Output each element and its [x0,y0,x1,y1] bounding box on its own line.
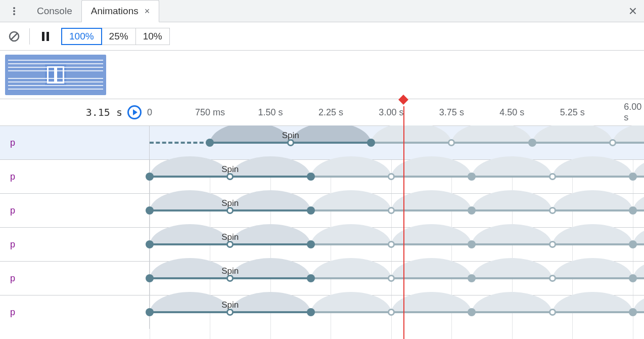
track-row[interactable]: pSpin [0,125,644,159]
easing-hump [371,125,451,144]
time-ruler[interactable]: 0750 ms1.50 s2.25 s3.00 s3.75 s4.50 s5.2… [150,99,644,125]
ruler-tick: 5.25 s [560,107,585,118]
track-element-label: p [0,228,150,261]
iteration-bar-repeat [311,277,644,279]
keyframe-dot[interactable] [629,240,637,248]
easing-hump [230,258,310,279]
keyframe-dot[interactable] [388,207,395,214]
easing-hump [553,292,633,313]
keyframe-dot[interactable] [146,308,154,316]
ruler-tick: 4.50 s [499,107,524,118]
track-lane[interactable]: Spin [150,262,644,295]
keyframe-dot[interactable] [146,206,154,215]
keyframe-dot[interactable] [307,206,315,215]
ruler-tick: 6.00 s [624,102,641,123]
animation-groups-strip [0,51,644,99]
close-tab-icon[interactable]: × [145,6,150,17]
speed-100-button[interactable]: 100% [61,28,102,45]
easing-hump [391,224,472,245]
track-lane[interactable]: Spin [150,228,644,261]
easing-hump [391,292,472,313]
keyframe-dot[interactable] [367,139,375,147]
easing-hump [230,156,310,178]
timeline-controls-cell: 3.15 s [0,105,150,119]
keyframe-dot[interactable] [468,206,476,215]
keyframe-dot[interactable] [629,206,637,215]
track-lane[interactable]: Spin [150,160,644,193]
keyframe-dot[interactable] [307,308,315,316]
keyframe-dot[interactable] [468,274,476,282]
play-icon [133,109,137,115]
keyframe-dot[interactable] [609,139,616,146]
easing-hump [210,125,290,144]
easing-hump [150,224,230,245]
thumb-line [8,67,103,68]
easing-hump [311,156,391,178]
thumb-line [8,85,103,86]
track-lane[interactable]: Spin [150,194,644,227]
keyframe-dot[interactable] [206,139,214,147]
keyframe-dot[interactable] [146,274,154,282]
easing-hump [311,258,391,279]
speed-10-button[interactable]: 10% [135,28,170,45]
close-drawer-icon[interactable]: × [629,0,637,22]
pause-button[interactable] [37,28,54,45]
keyframe-dot[interactable] [629,274,637,282]
keyframe-dot[interactable] [468,240,476,248]
speed-25-button[interactable]: 25% [102,28,136,45]
ruler-tick: 3.75 s [439,107,464,118]
keyframe-dot[interactable] [388,241,395,248]
easing-hump [230,224,310,245]
keyframe-dot[interactable] [388,309,395,316]
ruler-tick: 1.50 s [258,107,283,118]
easing-hump [613,125,644,144]
easing-hump [391,258,472,279]
easing-hump [553,224,633,245]
keyframe-dot[interactable] [549,173,556,180]
track-row[interactable]: pSpin [0,193,644,227]
tab-animations[interactable]: Animations × [81,0,160,22]
playback-speed-group: 100% 25% 10% [61,28,170,45]
pause-icon [42,32,44,41]
keyframe-dot[interactable] [629,173,637,181]
animation-name-label: Spin [221,164,239,175]
easing-hump [553,156,633,178]
track-row[interactable]: pSpin [0,227,644,261]
keyframe-dot[interactable] [549,207,556,214]
keyframe-dot[interactable] [549,275,556,282]
keyframe-dot[interactable] [528,139,536,147]
keyframe-dot[interactable] [388,173,395,180]
keyframe-dot[interactable] [468,173,476,181]
animation-name-label: Spin [221,300,239,310]
current-time-label: 3.15 s [86,106,122,118]
keyframe-dot[interactable] [549,309,556,316]
track-lane[interactable]: Spin [150,126,644,159]
tab-console[interactable]: Console [28,0,81,22]
keyframe-dot[interactable] [307,240,315,248]
easing-hump [472,258,552,279]
animation-group-thumbnail[interactable] [5,55,106,95]
track-row[interactable]: pSpin [0,261,644,295]
keyframe-dot[interactable] [629,308,637,316]
kebab-menu-icon[interactable] [0,0,28,22]
track-row[interactable]: pSpin [0,295,644,329]
keyframe-dot[interactable] [448,139,455,146]
play-button[interactable] [127,105,142,119]
keyframe-dot[interactable] [549,241,556,248]
keyframe-dot[interactable] [146,173,154,181]
timeline-header: 3.15 s 0750 ms1.50 s2.25 s3.00 s3.75 s4.… [0,99,644,125]
delay-bar [150,142,210,144]
animation-name-label: Spin [221,198,239,208]
easing-hump [291,125,371,144]
animation-name-label: Spin [221,232,239,242]
easing-hump [451,125,532,144]
track-row[interactable]: pSpin [0,159,644,193]
keyframe-dot[interactable] [146,240,154,248]
keyframe-dot[interactable] [388,275,395,282]
track-lane[interactable]: Spin [150,295,644,329]
keyframe-dot[interactable] [307,173,315,181]
thumb-line [8,70,103,71]
keyframe-dot[interactable] [468,308,476,316]
clear-button[interactable] [6,28,22,45]
keyframe-dot[interactable] [307,274,315,282]
